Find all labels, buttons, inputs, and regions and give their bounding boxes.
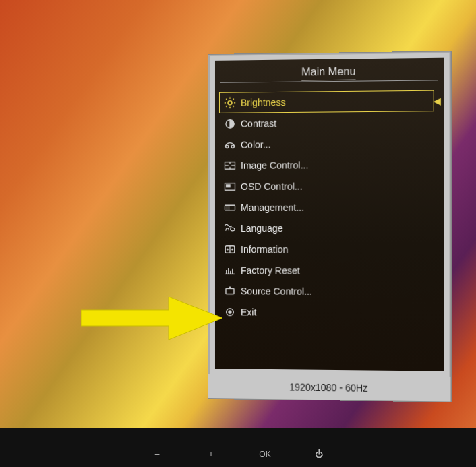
desktop-background: Main Menu Brightness ◀ Contrast: [0, 0, 476, 467]
svg-point-26: [232, 249, 233, 250]
osd-footer: 1920x1080 - 60Hz: [208, 374, 451, 402]
menu-item-label: Information: [241, 244, 434, 255]
bezel-button-ok[interactable]: OK: [258, 449, 272, 463]
menu-item-label: Management...: [241, 201, 434, 213]
svg-line-7: [226, 106, 227, 107]
menu-item-osd-control[interactable]: OSD Control...: [219, 175, 434, 197]
source-control-icon: [219, 286, 241, 297]
image-control-icon: [219, 160, 241, 170]
menu-item-label: Contrast: [241, 117, 434, 129]
osd-panel: Main Menu Brightness ◀ Contrast: [208, 51, 452, 402]
language-icon: [219, 223, 241, 232]
contrast-icon: [219, 118, 241, 129]
svg-point-0: [228, 100, 232, 104]
osd-control-icon: [219, 181, 241, 191]
menu-item-label: OSD Control...: [241, 180, 434, 191]
menu-item-label: Language: [241, 222, 434, 233]
svg-line-5: [226, 98, 227, 100]
svg-rect-32: [226, 288, 234, 294]
svg-point-25: [227, 249, 228, 250]
management-icon: [219, 202, 241, 212]
bezel-button-plus[interactable]: +: [204, 449, 218, 463]
menu-item-label: Factory Reset: [241, 265, 434, 276]
factory-reset-icon: [219, 265, 241, 276]
menu-item-color[interactable]: Color...: [219, 133, 434, 155]
bezel-buttons: – + OK ⏻: [0, 449, 476, 463]
menu-item-exit[interactable]: Exit: [219, 301, 434, 323]
svg-point-11: [231, 145, 234, 148]
svg-point-22: [231, 228, 235, 231]
menu-item-label: Brightness: [241, 95, 434, 108]
svg-rect-19: [225, 205, 235, 210]
selection-arrow-icon: ◀: [434, 95, 441, 106]
menu-item-information[interactable]: Information: [219, 239, 434, 260]
menu-item-brightness[interactable]: Brightness ◀: [219, 90, 434, 113]
menu-item-label: Exit: [241, 307, 434, 319]
svg-point-10: [226, 145, 229, 148]
svg-marker-35: [81, 297, 222, 340]
menu-item-label: Image Control...: [241, 159, 434, 170]
menu-item-image-control[interactable]: Image Control...: [219, 154, 434, 176]
svg-line-6: [233, 105, 234, 106]
color-icon: [219, 139, 241, 149]
svg-rect-18: [227, 184, 230, 187]
menu-item-contrast[interactable]: Contrast: [219, 111, 434, 134]
osd-inner: Main Menu Brightness ◀ Contrast: [215, 58, 444, 371]
menu-item-label: Color...: [241, 137, 434, 150]
menu-item-label: Source Control...: [241, 286, 434, 298]
bezel-button-power[interactable]: ⏻: [312, 449, 326, 463]
menu-item-source-control[interactable]: Source Control...: [219, 280, 434, 303]
svg-point-34: [229, 311, 231, 313]
menu-item-factory-reset[interactable]: Factory Reset: [219, 259, 434, 281]
menu-item-management[interactable]: Management...: [219, 196, 434, 218]
information-icon: [219, 244, 241, 255]
exit-icon: [219, 307, 241, 317]
osd-items: Brightness ◀ Contrast Color...: [215, 90, 444, 324]
brightness-icon: [219, 96, 241, 108]
menu-item-language[interactable]: Language: [219, 218, 434, 239]
annotation-arrow-icon: [81, 297, 222, 340]
osd-title: Main Menu: [215, 58, 444, 82]
bezel-button-minus[interactable]: –: [150, 449, 164, 463]
svg-line-8: [233, 98, 234, 100]
monitor-bezel: – + OK ⏻: [0, 428, 476, 467]
